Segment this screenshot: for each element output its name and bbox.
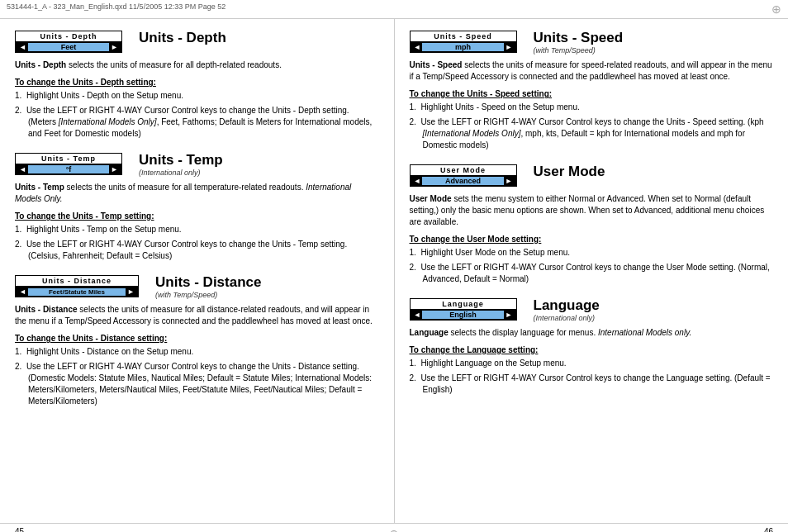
step-item: 2. Use the LEFT or RIGHT 4-WAY Cursor Co… <box>410 116 774 151</box>
widget-value-speed: ◄ mph ► <box>411 42 516 52</box>
step-item: 1. Highlight User Mode on the Setup menu… <box>410 247 774 259</box>
step-item: 1. Highlight Units - Distance on the Set… <box>15 346 379 358</box>
title-units-depth: Units - Depth <box>139 31 226 46</box>
body-units-temp: Units - Temp selects the units of measur… <box>15 182 379 205</box>
value-speed: mph <box>422 43 503 51</box>
value-temp: °f <box>28 165 109 173</box>
arrow-right-depth: ► <box>111 43 118 51</box>
section-units-depth: Units - Depth ◄ Feet ► Units - Depth Uni… <box>15 31 379 140</box>
arrow-right-temp: ► <box>111 165 118 173</box>
widget-value-temp: ◄ °f ► <box>16 164 121 174</box>
value-depth: Feet <box>28 43 109 51</box>
widget-title-temp: Units - Temp <box>16 154 121 164</box>
steps-units-depth: 1. Highlight Units - Depth on the Setup … <box>15 90 379 140</box>
section-header-user-mode: User Mode ◄ Advanced ► User Mode <box>410 164 774 190</box>
arrow-left-depth: ◄ <box>19 43 26 51</box>
step-item: 1. Highlight Units - Speed on the Setup … <box>410 102 774 113</box>
arrow-right-language: ► <box>506 311 513 319</box>
subheading-units-distance: To change the Units - Distance setting: <box>15 334 379 343</box>
step-item: 1. Highlight Units - Temp on the Setup m… <box>15 224 379 235</box>
body-units-depth: Units - Depth selects the units of measu… <box>15 59 379 71</box>
arrow-right-speed: ► <box>506 43 513 51</box>
widget-value-user-mode: ◄ Advanced ► <box>411 176 516 186</box>
steps-language: 1. Highlight Language on the Setup menu.… <box>410 358 774 396</box>
subheading-units-depth: To change the Units - Depth setting: <box>15 78 379 87</box>
subheading-units-speed: To change the Units - Speed setting: <box>410 89 774 98</box>
widget-units-depth: Units - Depth ◄ Feet ► <box>15 31 122 53</box>
steps-units-temp: 1. Highlight Units - Temp on the Setup m… <box>15 224 379 262</box>
subtitle-units-temp: (International only) <box>139 169 223 177</box>
page-header: 531444-1_A - 323_Man_English.qxd 11/5/20… <box>0 0 788 19</box>
header-circle: ⊕ <box>771 2 781 16</box>
arrow-left-user-mode: ◄ <box>414 177 421 185</box>
widget-language: Language ◄ English ► <box>410 298 517 321</box>
widget-units-distance: Units - Distance ◄ Feet/Statute Miles ► <box>15 275 139 297</box>
title-units-distance: Units - Distance <box>155 275 261 291</box>
value-distance: Feet/Statute Miles <box>28 288 126 296</box>
section-units-temp: Units - Temp ◄ °f ► Units - Temp (Intern… <box>15 153 379 262</box>
body-units-distance: Units - Distance selects the units of me… <box>15 304 379 327</box>
section-header-units-distance: Units - Distance ◄ Feet/Statute Miles ► … <box>15 275 379 301</box>
steps-units-speed: 1. Highlight Units - Speed on the Setup … <box>410 102 774 151</box>
title-units-temp: Units - Temp <box>139 153 223 169</box>
section-header-units-speed: Units - Speed ◄ mph ► Units - Speed (wit… <box>410 31 774 56</box>
title-user-mode: User Mode <box>534 164 605 180</box>
section-units-distance: Units - Distance ◄ Feet/Statute Miles ► … <box>15 275 379 407</box>
section-language: Language ◄ English ► Language (Internati… <box>410 298 774 396</box>
col-right: Units - Speed ◄ mph ► Units - Speed (wit… <box>395 19 789 523</box>
section-header-units-depth: Units - Depth ◄ Feet ► Units - Depth <box>15 31 379 56</box>
steps-user-mode: 1. Highlight User Mode on the Setup menu… <box>410 247 774 285</box>
widget-title-distance: Units - Distance <box>16 276 138 287</box>
subheading-units-temp: To change the Units - Temp setting: <box>15 211 379 221</box>
header-text: 531444-1_A - 323_Man_English.qxd 11/5/20… <box>7 2 225 16</box>
widget-title-user-mode: User Mode <box>411 165 516 176</box>
widget-title-language: Language <box>411 299 516 310</box>
step-item: 2. Use the LEFT or RIGHT 4-WAY Cursor Co… <box>15 105 379 140</box>
arrow-left-temp: ◄ <box>19 165 26 173</box>
col-left: Units - Depth ◄ Feet ► Units - Depth Uni… <box>0 19 395 523</box>
section-header-units-temp: Units - Temp ◄ °f ► Units - Temp (Intern… <box>15 153 379 178</box>
page-number-right: 46 <box>764 527 773 532</box>
value-user-mode: Advanced <box>422 177 503 185</box>
widget-title-depth: Units - Depth <box>16 31 121 42</box>
step-item: 2. Use the LEFT or RIGHT 4-WAY Cursor Co… <box>15 361 379 407</box>
section-user-mode: User Mode ◄ Advanced ► User Mode User Mo… <box>410 164 774 285</box>
arrow-left-language: ◄ <box>414 311 421 319</box>
subheading-user-mode: To change the User Mode setting: <box>410 235 774 244</box>
arrow-right-user-mode: ► <box>506 177 513 185</box>
page-footer: 45 ⊕ 46 <box>0 523 788 532</box>
step-item: 2. Use the LEFT or RIGHT 4-WAY Cursor Co… <box>410 373 774 396</box>
page-content: Units - Depth ◄ Feet ► Units - Depth Uni… <box>0 19 788 523</box>
step-item: 1. Highlight Units - Depth on the Setup … <box>15 90 379 102</box>
body-units-speed: Units - Speed selects the units of measu… <box>410 59 774 83</box>
widget-units-speed: Units - Speed ◄ mph ► <box>410 31 517 53</box>
title-language: Language <box>534 298 600 314</box>
arrow-right-distance: ► <box>127 287 135 296</box>
step-item: 1. Highlight Language on the Setup menu. <box>410 358 774 369</box>
page-number-left: 45 <box>15 527 24 532</box>
value-language: English <box>422 311 503 319</box>
section-units-speed: Units - Speed ◄ mph ► Units - Speed (wit… <box>410 31 774 151</box>
body-language: Language selects the display language fo… <box>410 327 774 339</box>
subtitle-language: (International only) <box>534 314 600 322</box>
arrow-left-distance: ◄ <box>19 287 26 296</box>
section-header-language: Language ◄ English ► Language (Internati… <box>410 298 774 324</box>
arrow-left-speed: ◄ <box>414 43 421 51</box>
footer-circle: ⊕ <box>389 527 399 532</box>
subtitle-units-speed: (with Temp/Speed) <box>534 46 624 55</box>
steps-units-distance: 1. Highlight Units - Distance on the Set… <box>15 346 379 407</box>
subheading-language: To change the Language setting: <box>410 345 774 354</box>
subtitle-units-distance: (with Temp/Speed) <box>155 291 261 299</box>
widget-title-speed: Units - Speed <box>411 31 516 42</box>
widget-user-mode: User Mode ◄ Advanced ► <box>410 164 517 187</box>
widget-units-temp: Units - Temp ◄ °f ► <box>15 153 122 175</box>
body-user-mode: User Mode sets the menu system to either… <box>410 193 774 228</box>
step-item: 2. Use the LEFT or RIGHT 4-WAY Cursor Co… <box>410 262 774 285</box>
widget-value-depth: ◄ Feet ► <box>16 42 121 52</box>
title-units-speed: Units - Speed <box>534 31 624 46</box>
step-item: 2. Use the LEFT or RIGHT 4-WAY Cursor Co… <box>15 239 379 262</box>
widget-value-distance: ◄ Feet/Statute Miles ► <box>16 287 138 297</box>
widget-value-language: ◄ English ► <box>411 310 516 320</box>
